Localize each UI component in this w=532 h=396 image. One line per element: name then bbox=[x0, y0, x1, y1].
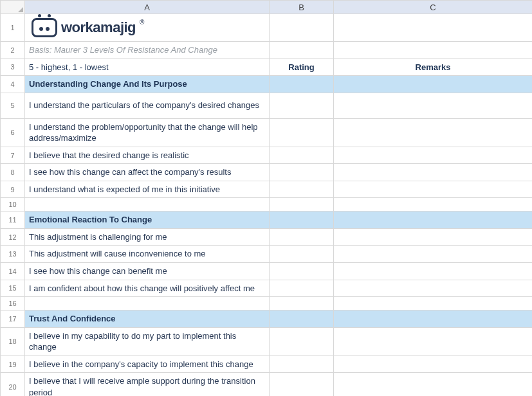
cell-C10[interactable] bbox=[334, 198, 533, 212]
question-text[interactable]: I believe that I will receive ample supp… bbox=[25, 373, 270, 396]
cell-B17[interactable] bbox=[270, 310, 334, 328]
question-text[interactable]: This adjustment is challenging for me bbox=[25, 228, 270, 246]
remarks-cell[interactable] bbox=[334, 181, 533, 198]
question-text[interactable]: I understand the problem/opportunity tha… bbox=[25, 118, 270, 147]
table-row: 16 bbox=[1, 297, 533, 310]
logo-registered-icon: ® bbox=[140, 18, 144, 27]
table-row: 17 Trust And Confidence bbox=[1, 310, 533, 328]
row-number[interactable]: 10 bbox=[1, 198, 25, 212]
row-number[interactable]: 19 bbox=[1, 356, 25, 373]
row-number[interactable]: 3 bbox=[1, 59, 25, 76]
row-number[interactable]: 6 bbox=[1, 118, 25, 147]
cell-C16[interactable] bbox=[334, 297, 533, 310]
row-number[interactable]: 7 bbox=[1, 147, 25, 164]
question-text[interactable]: I believe in the company's capacity to i… bbox=[25, 356, 270, 373]
row-number[interactable]: 14 bbox=[1, 263, 25, 280]
rating-cell[interactable] bbox=[270, 118, 334, 147]
cell-C4[interactable] bbox=[334, 76, 533, 93]
workamajig-logo: workamajig® bbox=[29, 17, 265, 39]
row-number[interactable]: 17 bbox=[1, 310, 25, 328]
cell-C2[interactable] bbox=[334, 42, 533, 59]
select-all-corner[interactable] bbox=[1, 1, 25, 14]
rating-cell[interactable] bbox=[270, 246, 334, 263]
remarks-cell[interactable] bbox=[334, 228, 533, 246]
question-text[interactable]: I am confident about how this change wil… bbox=[25, 280, 270, 297]
scale-text[interactable]: 5 - highest, 1 - lowest bbox=[25, 59, 270, 76]
rating-header[interactable]: Rating bbox=[270, 59, 334, 76]
rating-cell[interactable] bbox=[270, 280, 334, 297]
section-trust-title[interactable]: Trust And Confidence bbox=[25, 310, 270, 328]
column-header-A[interactable]: A bbox=[25, 1, 270, 14]
remarks-cell[interactable] bbox=[334, 93, 533, 118]
cell-C17[interactable] bbox=[334, 310, 533, 328]
column-header-C[interactable]: C bbox=[334, 1, 533, 14]
remarks-cell[interactable] bbox=[334, 356, 533, 373]
row-number[interactable]: 12 bbox=[1, 228, 25, 246]
row-number[interactable]: 13 bbox=[1, 246, 25, 263]
question-text[interactable]: I understand the particulars of the comp… bbox=[25, 93, 270, 118]
remarks-cell[interactable] bbox=[334, 147, 533, 164]
rating-cell[interactable] bbox=[270, 93, 334, 118]
column-header-B[interactable]: B bbox=[270, 1, 334, 14]
table-row: 9 I understand what is expected of me in… bbox=[1, 181, 533, 198]
table-row: 19 I believe in the company's capacity t… bbox=[1, 356, 533, 373]
basis-text[interactable]: Basis: Maurer 3 Levels Of Resistance And… bbox=[25, 42, 270, 59]
remarks-cell[interactable] bbox=[334, 246, 533, 263]
remarks-cell[interactable] bbox=[334, 373, 533, 396]
cell-B4[interactable] bbox=[270, 76, 334, 93]
row-number[interactable]: 1 bbox=[1, 14, 25, 42]
spreadsheet-grid[interactable]: A B C 1 workamajig® 2 Basis: Maurer 3 Le… bbox=[0, 0, 532, 396]
rating-cell[interactable] bbox=[270, 181, 334, 198]
remarks-cell[interactable] bbox=[334, 327, 533, 356]
cell-B10[interactable] bbox=[270, 198, 334, 212]
remarks-cell[interactable] bbox=[334, 263, 533, 280]
rating-cell[interactable] bbox=[270, 164, 334, 181]
cell-B11[interactable] bbox=[270, 212, 334, 229]
table-row: 6 I understand the problem/opportunity t… bbox=[1, 118, 533, 147]
cell-A1[interactable]: workamajig® bbox=[25, 14, 270, 42]
cell-C11[interactable] bbox=[334, 212, 533, 229]
row-number[interactable]: 8 bbox=[1, 164, 25, 181]
table-row: 5 I understand the particulars of the co… bbox=[1, 93, 533, 118]
cell-B16[interactable] bbox=[270, 297, 334, 310]
table-row: 14 I see how this change can benefit me bbox=[1, 263, 533, 280]
row-number[interactable]: 5 bbox=[1, 93, 25, 118]
row-number[interactable]: 2 bbox=[1, 42, 25, 59]
rating-cell[interactable] bbox=[270, 327, 334, 356]
cell-C1[interactable] bbox=[334, 14, 533, 42]
question-text[interactable]: This adjustment will cause inconvenience… bbox=[25, 246, 270, 263]
question-text[interactable]: I believe that the desired change is rea… bbox=[25, 147, 270, 164]
section-understanding-title[interactable]: Understanding Change And Its Purpose bbox=[25, 76, 270, 93]
row-number[interactable]: 20 bbox=[1, 373, 25, 396]
row-number[interactable]: 11 bbox=[1, 212, 25, 229]
question-text[interactable]: I see how this change can benefit me bbox=[25, 263, 270, 280]
logo-face-icon bbox=[32, 18, 57, 37]
rating-cell[interactable] bbox=[270, 228, 334, 246]
logo-brand-text: workamajig bbox=[61, 18, 136, 37]
row-number[interactable]: 15 bbox=[1, 280, 25, 297]
row-number[interactable]: 9 bbox=[1, 181, 25, 198]
table-row: 8 I see how this change can affect the c… bbox=[1, 164, 533, 181]
question-text[interactable]: I see how this change can affect the com… bbox=[25, 164, 270, 181]
remarks-header[interactable]: Remarks bbox=[334, 59, 533, 76]
rating-cell[interactable] bbox=[270, 373, 334, 396]
table-row: 12 This adjustment is challenging for me bbox=[1, 228, 533, 246]
question-text[interactable]: I understand what is expected of me in t… bbox=[25, 181, 270, 198]
cell-A16[interactable] bbox=[25, 297, 270, 310]
table-row: 7 I believe that the desired change is r… bbox=[1, 147, 533, 164]
remarks-cell[interactable] bbox=[334, 164, 533, 181]
remarks-cell[interactable] bbox=[334, 280, 533, 297]
rating-cell[interactable] bbox=[270, 356, 334, 373]
row-number[interactable]: 4 bbox=[1, 76, 25, 93]
cell-A10[interactable] bbox=[25, 198, 270, 212]
cell-B1[interactable] bbox=[270, 14, 334, 42]
question-text[interactable]: I believe in my capability to do my part… bbox=[25, 327, 270, 356]
column-header-row: A B C bbox=[1, 1, 533, 14]
row-number[interactable]: 18 bbox=[1, 327, 25, 356]
rating-cell[interactable] bbox=[270, 263, 334, 280]
remarks-cell[interactable] bbox=[334, 118, 533, 147]
rating-cell[interactable] bbox=[270, 147, 334, 164]
section-emotional-title[interactable]: Emotional Reaction To Change bbox=[25, 212, 270, 229]
row-number[interactable]: 16 bbox=[1, 297, 25, 310]
cell-B2[interactable] bbox=[270, 42, 334, 59]
